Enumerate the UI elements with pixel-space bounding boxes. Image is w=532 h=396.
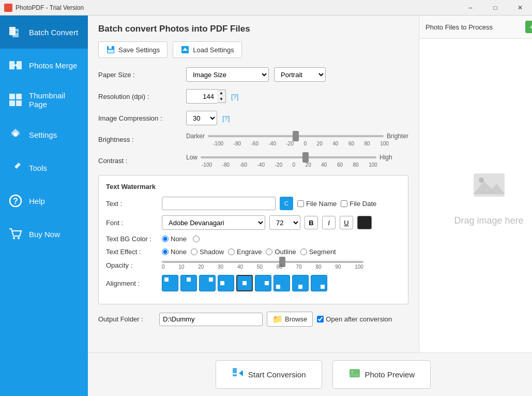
brightness-label: Brightness : (98, 136, 181, 143)
svg-rect-8 (9, 94, 15, 99)
paper-size-label: Paper Size : (98, 71, 181, 79)
output-folder-label: Output Folder : (98, 315, 155, 323)
sidebar-label-photos-merge: Photos Merge (29, 61, 77, 70)
drag-area[interactable]: Drag image here (419, 39, 532, 353)
load-settings-button[interactable]: Load Settings (173, 41, 242, 58)
align-top-left[interactable] (162, 275, 178, 291)
tools-icon (8, 160, 23, 175)
brightness-slider[interactable] (208, 135, 384, 137)
brightness-slider-container: Darker Brighter -100 -80 -60 -40 -20 0 2… (186, 133, 408, 146)
effect-outline-radio[interactable] (266, 248, 272, 255)
paper-orientation-select[interactable]: Portrait Landscape (274, 67, 326, 82)
sidebar-item-help[interactable]: ? Help (0, 184, 88, 217)
save-settings-button[interactable]: Save Settings (98, 41, 168, 58)
text-bg-color-radio[interactable] (193, 236, 200, 242)
sidebar-item-settings[interactable]: Settings (0, 118, 88, 151)
italic-button[interactable]: I (322, 216, 336, 229)
align-middle-right[interactable] (255, 275, 271, 291)
photo-preview-button[interactable]: Photo Preview (332, 360, 431, 389)
resolution-down[interactable]: ▼ (217, 96, 225, 102)
resolution-row: Resolution (dpi) : ▲ ▼ [?] (98, 89, 408, 104)
minimize-button[interactable]: – (459, 0, 482, 16)
align-top-center[interactable] (180, 275, 197, 291)
align-middle-left[interactable] (218, 275, 234, 291)
watermark-icon-btn[interactable]: C (280, 197, 293, 210)
sidebar-item-batch-convert[interactable]: Batch Convert (0, 16, 88, 49)
compression-help[interactable]: [?] (222, 114, 230, 122)
sidebar-item-thumbnail-page[interactable]: Thumbnail Page (0, 82, 88, 118)
maximize-button[interactable]: □ (483, 0, 507, 16)
effect-shadow-wrap[interactable]: Shadow (191, 248, 224, 256)
align-bottom-left[interactable] (273, 275, 290, 291)
align-bottom-center[interactable] (292, 275, 309, 291)
font-row: Font : Adobe Devanagari Arial Times New … (106, 215, 401, 230)
close-button[interactable]: ✕ (508, 0, 532, 16)
bold-button[interactable]: B (305, 216, 318, 229)
sidebar-item-buy-now[interactable]: Buy Now (0, 217, 88, 251)
font-label: Font : (106, 219, 158, 227)
sidebar: Batch Convert Photos Merge (0, 16, 88, 396)
text-bg-color-radio-wrap[interactable] (193, 236, 200, 242)
effect-segment-radio[interactable] (300, 248, 307, 255)
align-bottom-right[interactable] (311, 275, 327, 291)
start-conversion-button[interactable]: Start Conversion (216, 360, 322, 389)
effect-none-wrap[interactable]: None (162, 248, 187, 256)
resolution-up[interactable]: ▲ (217, 90, 225, 96)
alignment-label: Alignment : (106, 280, 158, 287)
svg-text:C: C (284, 200, 288, 207)
align-middle-center[interactable] (236, 275, 253, 291)
filedate-label: File Date (349, 200, 376, 208)
opacity-row: Opacity : 0 10 20 30 40 50 60 (106, 261, 401, 270)
font-color-swatch[interactable] (357, 216, 372, 229)
svg-point-31 (351, 371, 353, 373)
svg-text:?: ? (13, 197, 18, 206)
compression-row: Image Compression : 30 50 70 90 [?] (98, 111, 408, 125)
underline-button[interactable]: U (340, 216, 353, 229)
sidebar-item-photos-merge[interactable]: Photos Merge (0, 49, 88, 82)
font-size-select[interactable]: 72 36 24 18 12 (269, 215, 300, 230)
filedate-checkbox-wrap[interactable]: File Date (341, 200, 376, 208)
paper-size-select[interactable]: Image Size A4 Letter (186, 67, 269, 82)
right-panel-header: Photo Files to Process + - (419, 16, 532, 39)
watermark-symbol-icon: C (283, 200, 290, 207)
contrast-slider[interactable] (201, 156, 376, 158)
effect-segment-wrap[interactable]: Segment (300, 248, 336, 256)
effect-none-radio[interactable] (162, 248, 169, 255)
filename-checkbox-wrap[interactable]: File Name (297, 200, 337, 208)
filename-checkbox[interactable] (297, 200, 304, 207)
filename-label: File Name (306, 200, 337, 208)
font-select[interactable]: Adobe Devanagari Arial Times New Roman (162, 215, 265, 230)
opacity-labels: 0 10 20 30 40 50 60 70 80 90 100 (162, 264, 363, 270)
start-conversion-icon (232, 367, 244, 382)
resolution-help[interactable]: [?] (231, 93, 238, 100)
start-conversion-label: Start Conversion (248, 370, 306, 379)
browse-button[interactable]: 📁 Browse (267, 312, 313, 327)
filedate-checkbox[interactable] (341, 200, 347, 207)
effect-engrave-wrap[interactable]: Engrave (228, 248, 262, 256)
align-top-right[interactable] (199, 275, 216, 291)
compression-label: Image Compression : (98, 114, 181, 122)
resolution-input[interactable] (186, 89, 217, 104)
opacity-slider[interactable] (162, 261, 363, 263)
text-effect-row: Text Effect : None Shadow Engrave (106, 248, 401, 256)
effect-outline-wrap[interactable]: Outline (266, 248, 296, 256)
add-file-button[interactable]: + (525, 21, 532, 33)
main-layout: Batch Convert Photos Merge (0, 16, 532, 396)
effect-engrave-radio[interactable] (228, 248, 235, 255)
text-bg-none-radio[interactable] (162, 236, 169, 242)
resolution-spinner: ▲ ▼ (186, 89, 226, 104)
alignment-row: Alignment : (106, 275, 401, 291)
brightness-row: Brightness : Darker Brighter -100 -80 -6… (98, 133, 408, 146)
text-bg-none-radio-wrap[interactable]: None (162, 235, 187, 243)
brightness-darker-label: Darker (186, 133, 205, 140)
effect-shadow-radio[interactable] (191, 248, 197, 255)
open-after-wrap[interactable]: Open after conversion (317, 315, 392, 323)
save-icon (106, 45, 115, 54)
buy-now-icon (8, 227, 23, 241)
output-folder-input[interactable] (159, 313, 263, 326)
watermark-text-input[interactable] (162, 197, 276, 210)
paper-size-row: Paper Size : Image Size A4 Letter Portra… (98, 67, 408, 82)
compression-select[interactable]: 30 50 70 90 (186, 111, 217, 125)
sidebar-item-tools[interactable]: Tools (0, 151, 88, 184)
open-after-checkbox[interactable] (317, 316, 324, 322)
